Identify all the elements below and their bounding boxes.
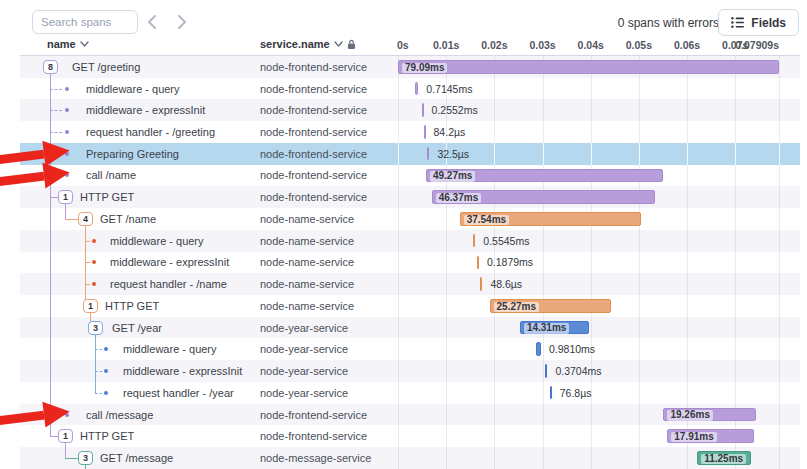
span-name[interactable]: GET /message (100, 452, 173, 464)
span-row[interactable]: 49.27mscall /namenode-frontend-service (20, 165, 800, 187)
duration-label: 0.7145ms (426, 83, 472, 95)
span-duration-bar[interactable]: 49.27ms (426, 169, 663, 183)
span-name[interactable]: GET /greeting (72, 61, 140, 73)
gridline (687, 208, 688, 230)
gridline (494, 360, 495, 382)
span-name[interactable]: middleware - expressInit (110, 256, 229, 268)
span-duration-bar[interactable]: 46.37ms (432, 190, 655, 204)
search-input[interactable] (32, 10, 138, 34)
timeline-cell: 79.09ms (397, 56, 800, 78)
gridline (494, 447, 495, 469)
span-duration-bar[interactable] (427, 147, 429, 161)
child-count-badge[interactable]: 3 (88, 321, 103, 335)
name-column-header[interactable]: name (47, 38, 89, 50)
span-duration-bar[interactable]: 25.27ms (490, 299, 612, 313)
span-duration-bar[interactable] (550, 386, 552, 400)
span-row[interactable]: 32.5µsPreparing Greetingnode-frontend-se… (20, 143, 800, 165)
span-name[interactable]: call /message (86, 409, 153, 421)
span-name[interactable]: request handler - /year (123, 387, 234, 399)
span-row[interactable]: 0.9810msmiddleware - querynode-year-serv… (20, 338, 800, 360)
gridline (398, 230, 399, 252)
span-name[interactable]: Preparing Greeting (86, 148, 179, 160)
child-count-badge[interactable]: 8 (43, 60, 58, 74)
gridline (779, 404, 780, 426)
prev-span-button[interactable] (140, 10, 164, 34)
child-count-badge[interactable]: 1 (58, 190, 73, 204)
name-column-label: name (47, 38, 76, 50)
span-row[interactable]: 46.37ms1HTTP GETnode-frontend-service (20, 186, 800, 208)
gridline (591, 143, 592, 165)
child-count-badge[interactable]: 4 (78, 212, 93, 226)
span-dot (92, 282, 96, 286)
span-row[interactable]: 14.31ms3GET /yearnode-year-service (20, 317, 800, 339)
span-row[interactable]: 0.5545msmiddleware - querynode-name-serv… (20, 230, 800, 252)
span-duration-bar[interactable] (480, 277, 482, 291)
annotation-arrow-tail (0, 410, 44, 425)
fields-button-label: Fields (751, 16, 786, 30)
tree-vertical-line (85, 465, 86, 469)
span-duration-bar[interactable]: 37.54ms (460, 212, 641, 226)
gridline (779, 447, 780, 469)
span-duration-bar[interactable] (477, 256, 479, 270)
tree-connector (95, 349, 102, 350)
span-duration-bar[interactable] (536, 342, 541, 356)
next-span-button[interactable] (170, 10, 194, 34)
gridline (779, 121, 780, 143)
span-row[interactable]: 17.91ms1HTTP GETnode-frontend-service (20, 425, 800, 447)
duration-label: 0.9810ms (549, 343, 595, 355)
span-duration-bar[interactable]: 79.09ms (398, 60, 779, 74)
span-row[interactable]: 0.7145msmiddleware - querynode-frontend-… (20, 78, 800, 100)
span-row[interactable]: 37.54ms4GET /namenode-name-service (20, 208, 800, 230)
child-count-badge[interactable]: 1 (58, 429, 73, 443)
span-row[interactable]: 25.27ms1HTTP GETnode-name-service (20, 295, 800, 317)
span-row[interactable]: 11.25ms3GET /messagenode-message-service (20, 447, 800, 469)
span-duration-bar[interactable]: 11.25ms (697, 451, 751, 465)
span-row[interactable]: 0.3704msmiddleware - expressInitnode-yea… (20, 360, 800, 382)
span-name[interactable]: HTTP GET (105, 300, 159, 312)
span-name[interactable]: GET /year (112, 322, 162, 334)
span-row[interactable]: 84.2µsrequest handler - /greetingnode-fr… (20, 121, 800, 143)
span-duration-bar[interactable]: 14.31ms (520, 321, 589, 335)
fields-button[interactable]: Fields (718, 9, 799, 36)
timeline-cell: 19.26ms (397, 404, 800, 426)
span-duration-bar[interactable] (424, 125, 426, 139)
gridline (494, 425, 495, 447)
span-dot (104, 347, 108, 351)
span-name[interactable]: middleware - query (86, 83, 180, 95)
span-name[interactable]: call /name (86, 169, 136, 181)
span-row[interactable]: 48.6µsrequest handler - /namenode-name-s… (20, 273, 800, 295)
span-name[interactable]: middleware - expressInit (123, 365, 242, 377)
span-row[interactable]: 19.26mscall /messagenode-frontend-servic… (20, 404, 800, 426)
span-duration-bar[interactable] (415, 82, 418, 96)
span-duration-bar[interactable] (545, 364, 547, 378)
span-duration-bar[interactable]: 19.26ms (663, 408, 756, 422)
span-name[interactable]: HTTP GET (80, 430, 134, 442)
span-name[interactable]: middleware - query (110, 235, 204, 247)
child-count-badge[interactable]: 3 (78, 451, 93, 465)
gridline (591, 230, 592, 252)
child-count-badge[interactable]: 1 (83, 299, 98, 313)
span-row[interactable]: 76.8µsrequest handler - /yearnode-year-s… (20, 382, 800, 404)
span-name[interactable]: middleware - expressInit (86, 104, 205, 116)
gridline (591, 447, 592, 469)
span-row[interactable]: 0.2552msmiddleware - expressInitnode-fro… (20, 99, 800, 121)
gridline (639, 404, 640, 426)
gridline (687, 78, 688, 100)
service-name: node-message-service (260, 452, 371, 464)
service-name-column-header[interactable]: service.name (260, 38, 356, 50)
span-name[interactable]: request handler - /greeting (86, 126, 215, 138)
span-name[interactable]: GET /name (100, 213, 156, 225)
span-duration-bar[interactable] (473, 234, 476, 248)
span-duration-bar[interactable]: 17.91ms (667, 429, 753, 443)
gridline (735, 360, 736, 382)
service-name: node-year-service (260, 387, 348, 399)
span-name[interactable]: middleware - query (123, 343, 217, 355)
span-row[interactable]: 0.1879msmiddleware - expressInitnode-nam… (20, 252, 800, 274)
span-name[interactable]: request handler - /name (110, 278, 227, 290)
gridline (687, 99, 688, 121)
duration-label: 0.2552ms (432, 104, 478, 116)
span-name[interactable]: HTTP GET (80, 191, 134, 203)
span-row[interactable]: 79.09ms8GET /greetingnode-frontend-servi… (20, 56, 800, 78)
span-duration-bar[interactable] (422, 103, 424, 117)
timeline-cell: 0.2552ms (397, 99, 800, 121)
